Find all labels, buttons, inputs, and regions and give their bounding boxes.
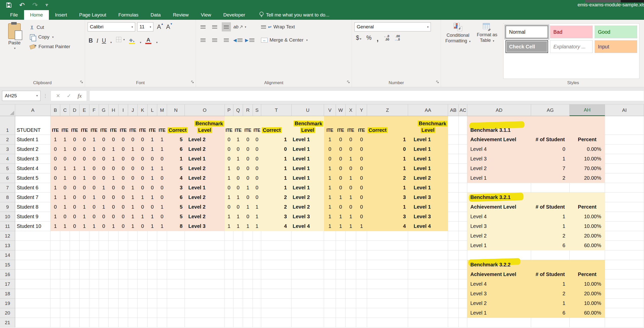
column-header-Y[interactable]: Y [356,104,367,116]
cell-V18[interactable] [324,289,336,299]
cell-AI7[interactable] [605,183,644,193]
cell-N2[interactable]: 5 [167,135,185,144]
cell-R9[interactable]: 1 [243,202,253,212]
cell-Y14[interactable] [356,250,367,260]
cell-J17[interactable] [128,279,138,289]
cell-Y10[interactable]: 0 [356,212,367,222]
cell-E13[interactable] [79,241,89,250]
cell-O18[interactable] [185,289,225,299]
cell-T9[interactable]: 2 [261,202,292,212]
cell-AB1[interactable] [448,116,459,135]
cell-AB19[interactable] [448,299,459,308]
cell-Z16[interactable] [367,270,408,279]
cell-AD7[interactable] [467,183,531,193]
cell-L7[interactable]: 0 [148,183,157,193]
cell-AA1[interactable]: BenchmarkLevel [408,116,448,135]
cell-M1[interactable]: ITE [157,116,167,135]
cell-H21[interactable] [109,318,118,327]
cell-P5[interactable]: 1 [225,164,233,173]
cell-Q21[interactable] [233,318,243,327]
cell-N4[interactable]: 1 [167,154,185,164]
cell-H8[interactable]: 0 [109,193,118,202]
cell-AC3[interactable] [459,144,467,154]
cell-AC4[interactable] [459,154,467,164]
cell-Z5[interactable]: 1 [367,164,408,173]
cell-W20[interactable] [336,308,346,318]
cell-E14[interactable] [79,250,89,260]
cell-W12[interactable] [336,231,346,241]
cell-I11[interactable]: 0 [118,222,128,231]
cell-X10[interactable]: 1 [346,212,356,222]
column-header-Z[interactable]: Z [367,104,408,116]
cell-F16[interactable] [89,270,99,279]
cell-S1[interactable]: ITE [253,116,261,135]
cell-O11[interactable]: Level 3 [185,222,225,231]
cell-O13[interactable] [185,241,225,250]
cell-AB14[interactable] [448,250,459,260]
cell-S9[interactable]: 1 [253,202,261,212]
cell-AI19[interactable] [605,299,644,308]
cell-AD9[interactable]: Achievement Level [467,202,531,212]
cell-A16[interactable] [15,270,51,279]
cell-S4[interactable]: 0 [253,154,261,164]
cell-M19[interactable] [157,299,167,308]
cell-AG7[interactable] [531,183,570,193]
cell-AD18[interactable]: Level 3 [467,289,531,299]
redo-icon[interactable]: ↷ [32,2,38,8]
cell-V7[interactable]: 1 [324,183,336,193]
cell-AG14[interactable] [531,250,570,260]
name-box[interactable]: AH25▾ [2,91,41,101]
cell-Z9[interactable]: 1 [367,202,408,212]
cell-Z2[interactable]: 1 [367,135,408,144]
cell-C17[interactable] [60,279,70,289]
cell-AI5[interactable] [605,164,644,173]
cell-C15[interactable] [60,260,70,270]
cell-T11[interactable]: 4 [261,222,292,231]
cell-P3[interactable]: 0 [225,144,233,154]
cell-AH4[interactable]: 10.00% [570,154,605,164]
cell-K21[interactable] [138,318,148,327]
cell-L1[interactable]: ITE [148,116,157,135]
cell-L8[interactable]: 1 [148,193,157,202]
cell-AH19[interactable]: 10.00% [570,299,605,308]
cell-AB6[interactable] [448,173,459,183]
cell-J19[interactable] [128,299,138,308]
tab-page-layout[interactable]: Page Layout [73,10,112,20]
cell-Y13[interactable] [356,241,367,250]
cell-G7[interactable]: 1 [99,183,109,193]
cell-Y21[interactable] [356,318,367,327]
row-header-17[interactable]: 17 [0,279,15,289]
column-header-C[interactable]: C [60,104,70,116]
cell-U14[interactable] [292,250,324,260]
cell-B14[interactable] [51,250,60,260]
column-header-AD[interactable]: AD [467,104,531,116]
cell-AB7[interactable] [448,183,459,193]
cell-AC20[interactable] [459,308,467,318]
cell-Q2[interactable]: 1 [233,135,243,144]
cell-P15[interactable] [225,260,233,270]
cell-E15[interactable] [79,260,89,270]
cell-A18[interactable] [15,289,51,299]
cell-Y9[interactable]: 0 [356,202,367,212]
cell-L3[interactable]: 1 [148,144,157,154]
cell-F4[interactable]: 0 [89,154,99,164]
row-header-1[interactable]: 1 [0,116,15,135]
cell-K2[interactable]: 0 [138,135,148,144]
cell-C13[interactable] [60,241,70,250]
cell-S14[interactable] [253,250,261,260]
cell-E9[interactable]: 1 [79,202,89,212]
cell-R17[interactable] [243,279,253,289]
cell-X21[interactable] [346,318,356,327]
cell-Q4[interactable]: 1 [233,154,243,164]
cell-U17[interactable] [292,279,324,289]
cell-T6[interactable]: 1 [261,173,292,183]
cell-A7[interactable]: Student 6 [15,183,51,193]
cell-O2[interactable]: Level 2 [185,135,225,144]
cell-F12[interactable] [89,231,99,241]
cell-K8[interactable]: 1 [138,193,148,202]
cell-AH14[interactable] [570,250,605,260]
cell-G20[interactable] [99,308,109,318]
cell-V1[interactable]: ITE [324,116,336,135]
cell-C6[interactable]: 1 [60,173,70,183]
cell-D9[interactable]: 0 [70,202,79,212]
